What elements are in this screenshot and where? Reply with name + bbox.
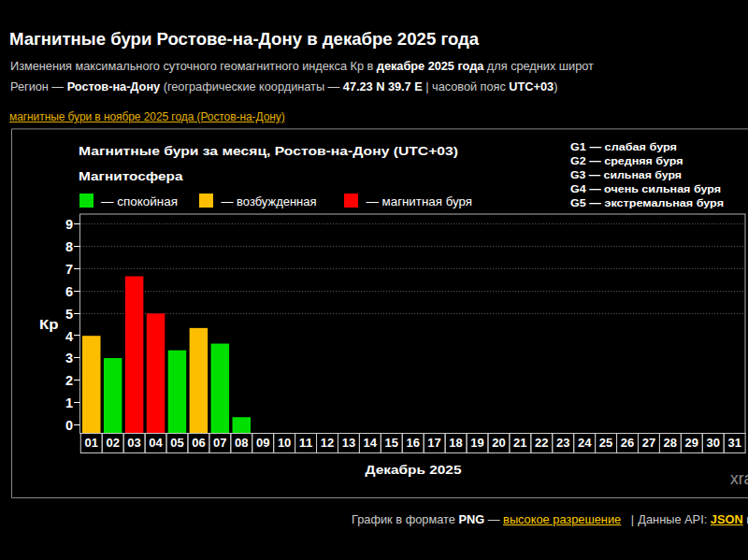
svg-text:Магнитосфера: Магнитосфера bbox=[79, 170, 184, 183]
svg-text:22: 22 bbox=[535, 436, 549, 450]
svg-text:14: 14 bbox=[364, 436, 378, 450]
svg-text:— спокойная: — спокойная bbox=[101, 195, 178, 208]
svg-text:13: 13 bbox=[342, 436, 356, 450]
svg-text:28: 28 bbox=[664, 436, 678, 450]
svg-text:09: 09 bbox=[256, 436, 270, 450]
svg-text:23: 23 bbox=[556, 436, 570, 450]
svg-text:G4 — очень сильная буря: G4 — очень сильная буря bbox=[570, 183, 721, 194]
svg-text:G1 — слабая буря: G1 — слабая буря bbox=[570, 141, 677, 152]
svg-text:21: 21 bbox=[513, 436, 527, 450]
svg-text:G2 — средняя буря: G2 — средняя буря bbox=[570, 155, 683, 166]
svg-text:29: 29 bbox=[685, 436, 699, 450]
svg-text:20: 20 bbox=[492, 436, 506, 450]
svg-text:Декабрь 2025: Декабрь 2025 bbox=[366, 463, 462, 477]
svg-text:15: 15 bbox=[385, 436, 399, 450]
svg-text:xras.ru: xras.ru bbox=[730, 469, 748, 488]
svg-text:01: 01 bbox=[85, 436, 99, 450]
svg-text:16: 16 bbox=[406, 436, 420, 450]
svg-text:27: 27 bbox=[642, 436, 656, 450]
svg-text:G5 — экстремальная буря: G5 — экстремальная буря bbox=[570, 197, 724, 208]
svg-text:5: 5 bbox=[65, 307, 73, 322]
svg-text:24: 24 bbox=[578, 436, 592, 450]
svg-text:08: 08 bbox=[235, 436, 249, 450]
svg-text:6: 6 bbox=[65, 284, 73, 299]
svg-text:17: 17 bbox=[427, 436, 441, 450]
svg-text:0: 0 bbox=[65, 418, 73, 433]
svg-text:03: 03 bbox=[127, 436, 141, 450]
svg-text:2: 2 bbox=[65, 373, 73, 388]
svg-text:8: 8 bbox=[65, 239, 73, 254]
svg-text:04: 04 bbox=[149, 436, 163, 450]
svg-text:9: 9 bbox=[65, 217, 73, 232]
svg-text:07: 07 bbox=[213, 436, 227, 450]
svg-text:18: 18 bbox=[449, 436, 463, 450]
svg-text:— возбужденная: — возбужденная bbox=[222, 195, 317, 208]
svg-text:Кр: Кр bbox=[39, 316, 59, 332]
svg-text:4: 4 bbox=[65, 329, 73, 344]
svg-text:25: 25 bbox=[599, 436, 613, 450]
svg-text:G3 — сильная буря: G3 — сильная буря bbox=[570, 169, 682, 180]
svg-text:26: 26 bbox=[621, 436, 635, 450]
svg-text:3: 3 bbox=[65, 351, 73, 366]
svg-text:1: 1 bbox=[65, 395, 73, 410]
svg-text:05: 05 bbox=[170, 436, 184, 450]
svg-text:Магнитные бури за месяц, Росто: Магнитные бури за месяц, Ростов-на-Дону … bbox=[79, 145, 458, 158]
svg-text:31: 31 bbox=[727, 436, 741, 450]
svg-text:10: 10 bbox=[278, 436, 292, 450]
svg-text:7: 7 bbox=[65, 262, 73, 277]
svg-text:06: 06 bbox=[192, 436, 206, 450]
svg-text:30: 30 bbox=[706, 436, 720, 450]
svg-text:19: 19 bbox=[470, 436, 484, 450]
svg-text:02: 02 bbox=[106, 436, 120, 450]
svg-text:— магнитная буря: — магнитная буря bbox=[367, 195, 473, 208]
svg-text:11: 11 bbox=[299, 436, 313, 450]
svg-text:12: 12 bbox=[321, 436, 335, 450]
